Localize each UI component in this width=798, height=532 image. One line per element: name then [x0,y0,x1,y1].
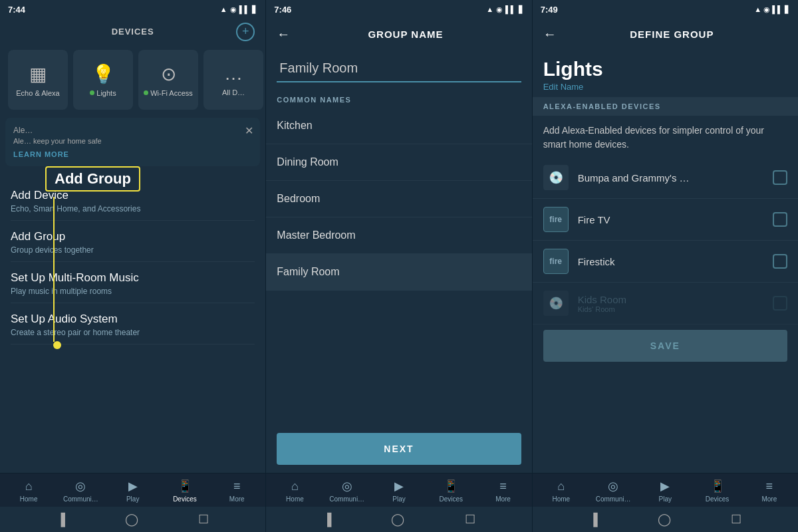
add-group-menu-item[interactable]: Add Group Group devices together [11,221,255,262]
nav-home-1[interactable]: ⌂ Home [3,479,55,503]
more-icon-1: ≡ [233,479,241,493]
community-label-1: Communi… [63,495,98,503]
firetv-checkbox[interactable] [773,212,787,227]
echo-icon: ▦ [29,63,47,85]
more-label-2: More [495,495,511,503]
android-nav-1: ▐ ◯ ☐ [0,507,265,532]
nav-community-3[interactable]: ◎ Communi… [587,479,639,503]
devices-label-2: Devices [439,495,463,503]
define-group-back-button[interactable]: ← [543,27,557,42]
common-name-bedroom[interactable]: Bedroom [266,181,531,217]
status-time-2: 7:46 [274,5,291,15]
status-icons-1: ▲ ◉ ▌▌ ▋ [220,5,257,14]
nav-more-1[interactable]: ≡ More [211,479,263,503]
device-card-all[interactable]: … All D… [203,50,263,110]
nav-play-2[interactable]: ▶ Play [373,479,425,503]
device-firetv[interactable]: fire Fire TV [533,199,798,241]
android-nav-2: ▐ ◯ ☐ [266,507,531,532]
add-device-menu-item[interactable]: Add Device Echo, Smart Home, and Accesso… [11,180,255,221]
all-label: All D… [222,88,245,96]
play-icon-2: ▶ [394,479,404,493]
nav-more-3[interactable]: ≡ More [743,479,795,503]
lights-icon: 💡 [92,63,115,85]
nav-community-1[interactable]: ◎ Communi… [55,479,106,503]
all-icon: … [224,63,243,84]
lights-label: Lights [90,89,116,97]
android-recents-2[interactable]: ☐ [465,512,475,527]
alert-body: Ale… keep your home safe [13,136,252,146]
nav-play-3[interactable]: ▶ Play [639,479,691,503]
play-icon-1: ▶ [128,479,138,493]
bumpa-checkbox[interactable] [773,170,787,185]
nav-home-2[interactable]: ⌂ Home [269,479,321,503]
firestick-checkbox[interactable] [773,254,787,269]
audio-system-menu-item[interactable]: Set Up Audio System Create a stereo pair… [11,303,255,344]
nav-devices-1[interactable]: 📱 Devices [159,479,211,503]
android-recents-1[interactable]: ☐ [198,512,209,527]
devices-icon-3: 📱 [710,479,725,493]
android-home-3[interactable]: ◯ [658,512,671,527]
common-name-dining[interactable]: Dining Room [266,144,531,181]
android-nav-3: ▐ ◯ ☐ [533,507,798,532]
android-back-1[interactable]: ▐ [57,513,65,527]
alert-title: Ale… [13,126,252,135]
edit-name-link[interactable]: Edit Name [533,82,798,97]
device-card-lights[interactable]: 💡 Lights [73,50,133,110]
firetv-icon: fire [543,207,569,232]
nav-community-2[interactable]: ◎ Communi… [321,479,373,503]
save-button[interactable]: SAVE [543,330,787,362]
common-name-kitchen[interactable]: Kitchen [266,108,531,144]
home-label-3: Home [552,495,570,503]
alexa-section-bar: ALEXA-ENABLED DEVICES [533,97,798,116]
group-name-back-button[interactable]: ← [277,27,290,42]
android-home-1[interactable]: ◯ [125,512,138,527]
audio-system-title: Set Up Audio System [11,313,255,326]
device-list: 💿 Bumpa and Grammy's … fire Fire TV fire… [533,157,798,325]
add-device-title: Add Device [11,189,255,202]
common-name-master-bedroom[interactable]: Master Bedroom [266,217,531,254]
nav-play-1[interactable]: ▶ Play [107,479,159,503]
kidsroom-checkbox [773,296,787,311]
add-group-sub: Group devices together [11,245,255,255]
kidsroom-icon: 💿 [543,291,569,316]
device-kidsroom: 💿 Kids Room Kids' Room [533,283,798,325]
multiroom-music-menu-item[interactable]: Set Up Multi-Room Music Play music in mu… [11,262,255,303]
play-icon-3: ▶ [660,479,670,493]
learn-more-link[interactable]: LEARN MORE [13,150,252,158]
custom-name-input-container [277,55,521,82]
play-label-3: Play [659,495,672,503]
android-home-2[interactable]: ◯ [391,512,404,527]
kidsroom-sub: Kids' Room [578,305,763,313]
status-icons-3: ▲ ◉ ▌▌ ▋ [754,5,790,14]
menu-items-list: Add Device Echo, Smart Home, and Accesso… [0,174,265,350]
nav-home-3[interactable]: ⌂ Home [535,479,587,503]
device-firestick[interactable]: fire Firestick [533,241,798,283]
alexa-desc: Add Alexa-Enabled devices for simpler co… [533,116,798,157]
alert-close-button[interactable]: ✕ [245,124,253,137]
android-back-2[interactable]: ▐ [323,513,331,527]
nav-more-2[interactable]: ≡ More [477,479,529,503]
nav-devices-2[interactable]: 📱 Devices [425,479,477,503]
device-card-echo[interactable]: ▦ Echo & Alexa [8,50,68,110]
device-bumpa[interactable]: 💿 Bumpa and Grammy's … [533,157,798,199]
wifi-active-dot [144,90,148,95]
device-card-wifi[interactable]: ⊙ Wi-Fi Access [138,50,198,110]
devices-label-1: Devices [173,495,197,503]
android-back-3[interactable]: ▐ [589,513,598,527]
panel-devices-menu: 7:44 ▲ ◉ ▌▌ ▋ DEVICES + ▦ Echo & Alexa 💡… [0,0,266,532]
next-button[interactable]: NEXT [277,433,521,465]
bottom-nav-2: ⌂ Home ◎ Communi… ▶ Play 📱 Devices ≡ Mor… [266,473,531,507]
custom-name-input[interactable] [277,55,521,82]
android-recents-3[interactable]: ☐ [731,512,741,527]
wifi-icon: ⊙ [161,63,176,85]
firetv-name: Fire TV [578,214,763,225]
home-icon-2: ⌂ [291,479,299,493]
home-label-1: Home [20,495,38,503]
multiroom-sub: Play music in multiple rooms [11,287,255,296]
wifi-label: Wi-Fi Access [144,89,193,97]
common-names-label: COMMON NAMES [266,88,531,108]
common-name-family-room[interactable]: Family Room [266,254,531,291]
add-device-button[interactable]: + [236,23,255,41]
define-group-title: DEFINE GROUP [557,29,787,40]
nav-devices-3[interactable]: 📱 Devices [691,479,743,503]
